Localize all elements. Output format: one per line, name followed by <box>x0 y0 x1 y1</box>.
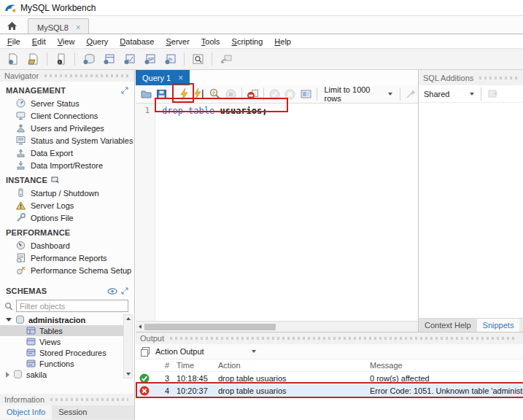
scroll-left-icon[interactable] <box>139 324 142 329</box>
connection-tab-mysql8[interactable]: MySQL8 × <box>28 18 89 34</box>
execute-query-button[interactable] <box>177 87 190 102</box>
home-tab[interactable] <box>0 18 23 34</box>
tree-node-stored-procedures[interactable]: Stored Procedures <box>0 347 134 358</box>
eye-icon[interactable] <box>107 288 117 295</box>
scroll-up-icon[interactable] <box>126 317 131 320</box>
nav-item-status-system-variables[interactable]: Status and System Variables <box>0 134 134 147</box>
sql-code-area[interactable]: drop table usuarios; <box>155 104 418 321</box>
menu-file[interactable]: File <box>1 35 26 48</box>
search-table-data-button[interactable] <box>189 51 207 68</box>
schema-filter-input[interactable] <box>16 300 128 312</box>
nav-item-performance-schema-setup[interactable]: Performance Schema Setup <box>0 264 134 276</box>
information-panel: Information Object Info Session <box>0 394 135 420</box>
expand-panel-icon[interactable] <box>121 287 128 295</box>
nav-item-dashboard[interactable]: Dashboard <box>0 239 134 252</box>
nav-item-label: Startup / Shutdown <box>31 189 99 198</box>
toolbar-separator <box>212 52 212 66</box>
connection-tab-strip: MySQL8 × <box>0 16 523 34</box>
menu-server[interactable]: Server <box>160 35 195 48</box>
toggle-autocommit-button[interactable] <box>298 87 312 102</box>
menu-query[interactable]: Query <box>80 35 114 48</box>
output-row-error[interactable]: 4 10:20:37 drop table usuarios Error Cod… <box>136 384 523 397</box>
scrollbar-thumb[interactable] <box>144 324 276 330</box>
reconnect-dbms-button[interactable] <box>217 51 235 68</box>
row-message: 0 row(s) affected <box>365 374 523 383</box>
dashboard-icon <box>16 241 26 250</box>
snippet-scope-dropdown[interactable]: Shared <box>424 90 474 98</box>
tree-node-administracion[interactable]: administracion <box>0 314 134 325</box>
schema-tree-scrollbar[interactable] <box>123 314 133 378</box>
toggle-stop-on-error-button[interactable] <box>246 87 260 102</box>
output-view-dropdown[interactable]: Action Output <box>155 347 256 356</box>
output-view-row: Action Output <box>136 344 523 359</box>
menu-scripting[interactable]: Scripting <box>226 35 269 48</box>
close-icon[interactable]: × <box>178 73 183 83</box>
tree-node-views[interactable]: Views <box>0 336 134 347</box>
nav-item-label: Options File <box>31 214 74 222</box>
menu-view[interactable]: View <box>52 35 81 48</box>
navigator-panel: Navigator MANAGEMENT Server Status Clien… <box>0 70 135 394</box>
tab-object-info[interactable]: Object Info <box>0 405 52 419</box>
nav-item-client-connections[interactable]: Client Connections <box>0 109 134 122</box>
create-function-button[interactable]: fn <box>161 51 179 68</box>
line-number: 1 <box>136 106 150 115</box>
nav-item-users-privileges[interactable]: Users and Privileges <box>0 122 134 134</box>
output-row-success[interactable]: 3 10:18:45 drop table usuarios 0 row(s) … <box>136 372 523 384</box>
nav-item-server-logs[interactable]: Server Logs <box>0 199 134 211</box>
menu-database[interactable]: Database <box>114 35 160 48</box>
scroll-down-icon[interactable] <box>126 373 131 376</box>
tree-node-tables[interactable]: Tables <box>0 325 124 336</box>
panel-drag-handle[interactable] <box>50 398 128 401</box>
tab-snippets[interactable]: Snippets <box>477 319 520 332</box>
close-icon[interactable]: × <box>76 24 81 31</box>
nav-item-data-export[interactable]: Data Export <box>0 147 134 159</box>
chevron-right-icon[interactable] <box>6 372 9 378</box>
toolbar-separator <box>241 88 242 101</box>
create-schema-button[interactable] <box>80 51 98 68</box>
toolbar-separator <box>263 88 264 101</box>
nav-item-startup-shutdown[interactable]: Startup / Shutdown <box>0 187 134 199</box>
tree-node-sakila[interactable]: sakila <box>0 369 134 380</box>
data-export-icon <box>16 148 26 158</box>
sql-editor[interactable]: 1 drop table usuarios; <box>136 104 418 321</box>
window-title: MySQL Workbench <box>20 3 96 13</box>
row-number: 4 <box>153 386 172 395</box>
menu-help[interactable]: Help <box>268 35 297 48</box>
tab-query-1[interactable]: Query 1 × <box>136 70 190 85</box>
open-sql-script-button[interactable] <box>24 51 42 68</box>
save-script-button[interactable] <box>155 87 168 102</box>
row-limit-dropdown[interactable]: Limit to 1000 rows <box>321 85 396 104</box>
tree-node-functions[interactable]: Functions <box>0 358 134 369</box>
tab-session[interactable]: Session <box>52 405 93 419</box>
editor-horizontal-scrollbar[interactable] <box>136 321 418 332</box>
create-view-button[interactable] <box>120 51 139 68</box>
nav-item-options-file[interactable]: Options File <box>0 211 134 224</box>
execute-current-statement-button[interactable] <box>193 87 206 102</box>
functions-icon <box>26 359 36 368</box>
menu-edit[interactable]: Edit <box>26 35 52 48</box>
expand-panel-icon[interactable] <box>121 87 128 94</box>
create-table-button[interactable] <box>100 51 118 68</box>
schemas-title: SCHEMAS <box>6 287 47 295</box>
create-procedure-button[interactable]: SP <box>141 51 159 68</box>
nav-item-server-status[interactable]: Server Status <box>0 97 134 109</box>
nav-item-performance-reports[interactable]: Performance Reports <box>0 252 134 264</box>
wrench-icon <box>16 213 26 222</box>
menu-tools[interactable]: Tools <box>195 35 226 48</box>
explain-query-button[interactable] <box>208 87 222 102</box>
tab-context-help[interactable]: Context Help <box>419 319 477 332</box>
tree-node-label: Functions <box>39 359 74 368</box>
inspector-button[interactable]: i <box>52 51 70 68</box>
panel-drag-handle[interactable] <box>170 337 517 340</box>
new-query-tab-button[interactable] <box>4 51 22 68</box>
open-script-button[interactable] <box>139 87 153 102</box>
nav-item-label: Server Status <box>31 99 80 108</box>
panel-drag-handle[interactable] <box>44 74 128 77</box>
column-message: Message <box>365 361 523 370</box>
nav-item-data-import[interactable]: Data Import/Restore <box>0 159 134 171</box>
output-header: Output <box>136 332 523 344</box>
panel-drag-handle[interactable] <box>479 77 517 79</box>
snippets-list-area[interactable] <box>419 103 523 318</box>
stored-procedures-icon <box>26 349 36 357</box>
chevron-down-icon[interactable] <box>6 318 12 322</box>
